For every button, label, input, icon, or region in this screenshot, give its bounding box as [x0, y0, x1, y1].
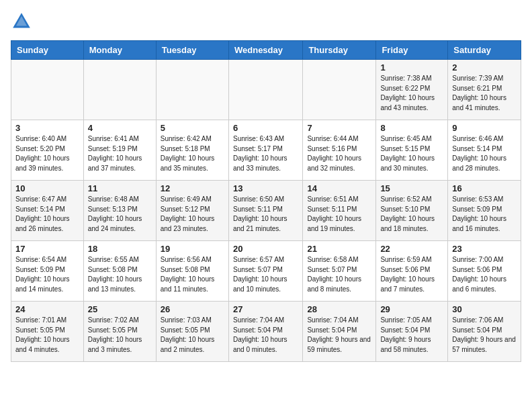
- day-number: 27: [233, 304, 298, 314]
- day-number: 14: [307, 183, 371, 193]
- calendar-table: SundayMondayTuesdayWednesdayThursdayFrid…: [11, 40, 521, 362]
- day-number: 22: [380, 244, 443, 254]
- day-number: 18: [88, 244, 152, 254]
- day-info: Sunrise: 6:52 AM Sunset: 5:10 PM Dayligh…: [380, 195, 443, 234]
- calendar-cell: 25Sunrise: 7:02 AM Sunset: 5:05 PM Dayli…: [83, 302, 156, 362]
- weekday-header: Thursday: [303, 41, 376, 60]
- day-info: Sunrise: 7:02 AM Sunset: 5:05 PM Dayligh…: [88, 316, 152, 355]
- calendar-cell: 21Sunrise: 6:58 AM Sunset: 5:07 PM Dayli…: [303, 241, 376, 302]
- day-info: Sunrise: 6:54 AM Sunset: 5:09 PM Dayligh…: [15, 255, 79, 294]
- day-number: 13: [233, 183, 298, 193]
- day-info: Sunrise: 6:58 AM Sunset: 5:07 PM Dayligh…: [307, 255, 371, 294]
- day-info: Sunrise: 6:45 AM Sunset: 5:15 PM Dayligh…: [380, 134, 443, 173]
- day-number: 3: [15, 123, 79, 133]
- day-number: 12: [161, 183, 224, 193]
- day-number: 25: [88, 304, 152, 314]
- day-info: Sunrise: 6:53 AM Sunset: 5:09 PM Dayligh…: [452, 195, 517, 234]
- day-info: Sunrise: 6:46 AM Sunset: 5:14 PM Dayligh…: [452, 134, 517, 173]
- logo-icon: [11, 11, 32, 32]
- day-info: Sunrise: 6:42 AM Sunset: 5:18 PM Dayligh…: [161, 134, 224, 173]
- day-info: Sunrise: 7:00 AM Sunset: 5:06 PM Dayligh…: [452, 255, 517, 294]
- day-number: 28: [307, 304, 371, 314]
- page-header: [11, 11, 521, 32]
- day-number: 20: [233, 244, 298, 254]
- day-info: Sunrise: 6:41 AM Sunset: 5:19 PM Dayligh…: [88, 134, 152, 173]
- calendar-cell: 23Sunrise: 7:00 AM Sunset: 5:06 PM Dayli…: [448, 241, 521, 302]
- weekday-header: Monday: [83, 41, 156, 60]
- day-number: 7: [307, 123, 371, 133]
- day-info: Sunrise: 6:51 AM Sunset: 5:11 PM Dayligh…: [307, 195, 371, 234]
- calendar-cell: 17Sunrise: 6:54 AM Sunset: 5:09 PM Dayli…: [11, 241, 84, 302]
- calendar-cell: 29Sunrise: 7:05 AM Sunset: 5:04 PM Dayli…: [376, 302, 448, 362]
- day-info: Sunrise: 7:39 AM Sunset: 6:21 PM Dayligh…: [452, 74, 517, 113]
- day-number: 6: [233, 123, 298, 133]
- calendar-cell: 10Sunrise: 6:47 AM Sunset: 5:14 PM Dayli…: [11, 181, 84, 241]
- calendar-cell: 26Sunrise: 7:03 AM Sunset: 5:05 PM Dayli…: [156, 302, 228, 362]
- calendar-cell: 22Sunrise: 6:59 AM Sunset: 5:06 PM Dayli…: [376, 241, 448, 302]
- weekday-header: Sunday: [11, 41, 84, 60]
- day-number: 1: [380, 62, 443, 73]
- day-number: 16: [452, 183, 517, 193]
- calendar-cell: 28Sunrise: 7:04 AM Sunset: 5:04 PM Dayli…: [303, 302, 376, 362]
- day-info: Sunrise: 7:01 AM Sunset: 5:05 PM Dayligh…: [15, 316, 79, 355]
- day-number: 17: [15, 244, 79, 254]
- calendar-cell: 9Sunrise: 6:46 AM Sunset: 5:14 PM Daylig…: [448, 120, 521, 181]
- day-info: Sunrise: 7:04 AM Sunset: 5:04 PM Dayligh…: [307, 316, 371, 355]
- calendar-cell: 7Sunrise: 6:44 AM Sunset: 5:16 PM Daylig…: [303, 120, 376, 181]
- day-info: Sunrise: 7:05 AM Sunset: 5:04 PM Dayligh…: [380, 316, 443, 355]
- day-number: 11: [88, 183, 152, 193]
- day-number: 5: [161, 123, 224, 133]
- calendar-cell: [156, 60, 228, 120]
- day-info: Sunrise: 6:40 AM Sunset: 5:20 PM Dayligh…: [15, 134, 79, 173]
- day-info: Sunrise: 6:57 AM Sunset: 5:07 PM Dayligh…: [233, 255, 298, 294]
- calendar-cell: 11Sunrise: 6:48 AM Sunset: 5:13 PM Dayli…: [83, 181, 156, 241]
- day-number: 30: [452, 304, 517, 314]
- day-info: Sunrise: 7:38 AM Sunset: 6:22 PM Dayligh…: [380, 74, 443, 113]
- calendar-cell: 19Sunrise: 6:56 AM Sunset: 5:08 PM Dayli…: [156, 241, 228, 302]
- day-info: Sunrise: 6:56 AM Sunset: 5:08 PM Dayligh…: [161, 255, 224, 294]
- day-number: 26: [161, 304, 224, 314]
- day-number: 4: [88, 123, 152, 133]
- weekday-header: Friday: [376, 41, 448, 60]
- calendar-cell: 20Sunrise: 6:57 AM Sunset: 5:07 PM Dayli…: [228, 241, 302, 302]
- weekday-header: Saturday: [448, 41, 521, 60]
- day-number: 15: [380, 183, 443, 193]
- day-info: Sunrise: 7:04 AM Sunset: 5:04 PM Dayligh…: [233, 316, 298, 355]
- calendar-cell: 3Sunrise: 6:40 AM Sunset: 5:20 PM Daylig…: [11, 120, 84, 181]
- day-number: 21: [307, 244, 371, 254]
- calendar-cell: 14Sunrise: 6:51 AM Sunset: 5:11 PM Dayli…: [303, 181, 376, 241]
- day-info: Sunrise: 6:44 AM Sunset: 5:16 PM Dayligh…: [307, 134, 371, 173]
- calendar-cell: 12Sunrise: 6:49 AM Sunset: 5:12 PM Dayli…: [156, 181, 228, 241]
- day-info: Sunrise: 6:59 AM Sunset: 5:06 PM Dayligh…: [380, 255, 443, 294]
- day-number: 2: [452, 62, 517, 73]
- calendar-cell: [303, 60, 376, 120]
- day-number: 10: [15, 183, 79, 193]
- calendar-cell: 2Sunrise: 7:39 AM Sunset: 6:21 PM Daylig…: [448, 60, 521, 120]
- weekday-header: Tuesday: [156, 41, 228, 60]
- calendar-cell: 30Sunrise: 7:06 AM Sunset: 5:04 PM Dayli…: [448, 302, 521, 362]
- day-info: Sunrise: 6:48 AM Sunset: 5:13 PM Dayligh…: [88, 195, 152, 234]
- weekday-header: Wednesday: [228, 41, 302, 60]
- day-number: 23: [452, 244, 517, 254]
- day-number: 9: [452, 123, 517, 133]
- day-info: Sunrise: 6:50 AM Sunset: 5:11 PM Dayligh…: [233, 195, 298, 234]
- day-info: Sunrise: 7:06 AM Sunset: 5:04 PM Dayligh…: [452, 316, 517, 355]
- calendar-cell: [228, 60, 302, 120]
- day-info: Sunrise: 7:03 AM Sunset: 5:05 PM Dayligh…: [161, 316, 224, 355]
- day-info: Sunrise: 6:43 AM Sunset: 5:17 PM Dayligh…: [233, 134, 298, 173]
- day-number: 29: [380, 304, 443, 314]
- day-info: Sunrise: 6:47 AM Sunset: 5:14 PM Dayligh…: [15, 195, 79, 234]
- calendar-cell: 18Sunrise: 6:55 AM Sunset: 5:08 PM Dayli…: [83, 241, 156, 302]
- calendar-cell: 4Sunrise: 6:41 AM Sunset: 5:19 PM Daylig…: [83, 120, 156, 181]
- day-info: Sunrise: 6:49 AM Sunset: 5:12 PM Dayligh…: [161, 195, 224, 234]
- day-number: 8: [380, 123, 443, 133]
- calendar-cell: 8Sunrise: 6:45 AM Sunset: 5:15 PM Daylig…: [376, 120, 448, 181]
- calendar-cell: 1Sunrise: 7:38 AM Sunset: 6:22 PM Daylig…: [376, 60, 448, 120]
- logo: [11, 11, 35, 32]
- day-number: 24: [15, 304, 79, 314]
- calendar-cell: [83, 60, 156, 120]
- calendar-cell: 15Sunrise: 6:52 AM Sunset: 5:10 PM Dayli…: [376, 181, 448, 241]
- calendar-cell: 27Sunrise: 7:04 AM Sunset: 5:04 PM Dayli…: [228, 302, 302, 362]
- day-number: 19: [161, 244, 224, 254]
- calendar-cell: 16Sunrise: 6:53 AM Sunset: 5:09 PM Dayli…: [448, 181, 521, 241]
